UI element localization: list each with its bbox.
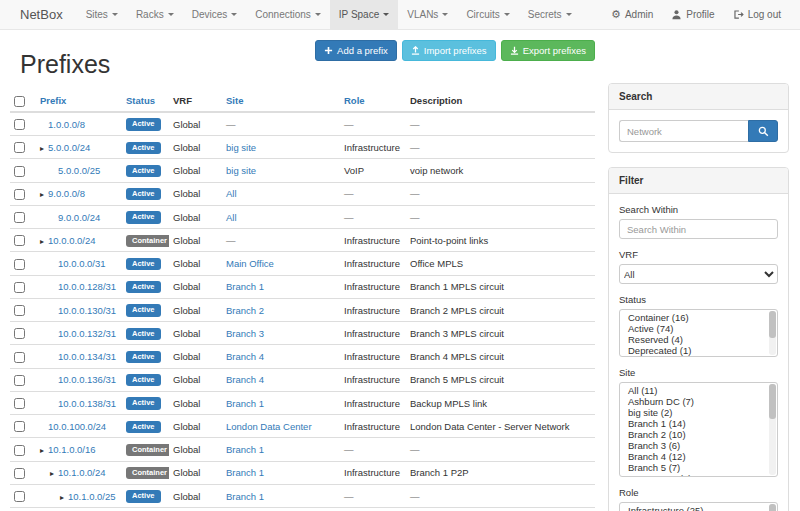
row-checkbox[interactable] xyxy=(14,142,25,153)
prefix-link[interactable]: 10.1.0.0/25 xyxy=(68,491,116,502)
search-button[interactable] xyxy=(748,120,778,142)
column-sort-link[interactable]: Role xyxy=(344,95,365,106)
status-option[interactable]: Container (16) xyxy=(620,312,777,323)
role-scrollbar[interactable] xyxy=(769,504,776,511)
site-link[interactable]: Branch 2 xyxy=(226,305,264,316)
row-checkbox[interactable] xyxy=(14,235,25,246)
prefix-link[interactable]: 10.0.0.136/31 xyxy=(58,374,116,385)
expand-arrow-icon[interactable]: ▸ xyxy=(60,493,68,502)
site-link[interactable]: Branch 4 xyxy=(226,374,264,385)
site-link[interactable]: Branch 1 xyxy=(226,491,264,502)
role-multiselect[interactable]: Infrastructure (25)Management (8)Private… xyxy=(619,502,778,511)
site-option[interactable]: big site (2) xyxy=(620,407,777,418)
site-option[interactable]: Branch 2 (10) xyxy=(620,429,777,440)
row-checkbox[interactable] xyxy=(14,468,25,479)
site-option[interactable]: All (11) xyxy=(620,385,777,396)
row-checkbox[interactable] xyxy=(14,445,25,456)
nav-item-circuits[interactable]: Circuits xyxy=(457,0,518,29)
row-checkbox[interactable] xyxy=(14,259,25,270)
nav-item-devices[interactable]: Devices xyxy=(183,0,247,29)
prefix-link[interactable]: 9.0.0.0/24 xyxy=(58,212,100,223)
site-link[interactable]: Branch 4 xyxy=(226,351,264,362)
site-option[interactable]: Branch 4 (12) xyxy=(620,451,777,462)
site-link[interactable]: Branch 1 xyxy=(226,467,264,478)
import-prefixes-button[interactable]: Import prefixes xyxy=(402,40,496,61)
site-link[interactable]: All xyxy=(226,188,237,199)
site-link[interactable]: Branch 1 xyxy=(226,398,264,409)
row-checkbox[interactable] xyxy=(14,282,25,293)
search-input[interactable] xyxy=(619,120,748,142)
site-multiselect[interactable]: All (11)Ashburn DC (7)big site (2)Branch… xyxy=(619,382,778,477)
site-option[interactable]: Branch 1 (14) xyxy=(620,418,777,429)
site-link[interactable]: Branch 1 xyxy=(226,281,264,292)
nav-item-connections[interactable]: Connections xyxy=(246,0,330,29)
site-link[interactable]: Branch 3 xyxy=(226,328,264,339)
row-checkbox[interactable] xyxy=(14,421,25,432)
row-checkbox[interactable] xyxy=(14,352,25,363)
row-checkbox[interactable] xyxy=(14,328,25,339)
search-within-input[interactable] xyxy=(619,219,778,239)
site-link[interactable]: big site xyxy=(226,165,256,176)
prefix-link[interactable]: 5.0.0.0/24 xyxy=(48,142,90,153)
status-option[interactable]: Deprecated (1) xyxy=(620,345,777,356)
add-a-prefix-button[interactable]: Add a prefix xyxy=(315,40,397,61)
row-checkbox[interactable] xyxy=(14,166,25,177)
select-all-checkbox[interactable] xyxy=(14,96,25,107)
site-option[interactable]: Branch 3 (6) xyxy=(620,440,777,451)
nav-item-sites[interactable]: Sites xyxy=(77,0,127,29)
prefix-link[interactable]: 10.0.0.130/31 xyxy=(58,305,116,316)
expand-arrow-icon[interactable]: ▸ xyxy=(40,446,48,455)
row-checkbox[interactable] xyxy=(14,305,25,316)
nav-item-vlans[interactable]: VLANs xyxy=(398,0,457,29)
prefix-link[interactable]: 10.0.0.0/31 xyxy=(58,258,106,269)
prefix-link[interactable]: 10.1.0.0/24 xyxy=(58,467,106,478)
download-icon xyxy=(510,46,519,55)
prefix-link[interactable]: 5.0.0.0/25 xyxy=(58,165,100,176)
status-scrollbar[interactable] xyxy=(769,311,776,355)
prefix-link[interactable]: 10.0.0.128/31 xyxy=(58,281,116,292)
column-sort-link[interactable]: Status xyxy=(126,95,155,106)
prefix-link[interactable]: 10.0.0.132/31 xyxy=(58,328,116,339)
status-option[interactable]: Active (74) xyxy=(620,323,777,334)
site-option[interactable]: COLO-1-24 (3) xyxy=(620,473,777,477)
prefix-link[interactable]: 10.0.0.138/31 xyxy=(58,398,116,409)
row-checkbox[interactable] xyxy=(14,375,25,386)
brand-netbox[interactable]: NetBox xyxy=(0,0,77,29)
prefix-link[interactable]: 10.0.0.134/31 xyxy=(58,351,116,362)
vrf-select[interactable]: All xyxy=(619,264,778,284)
column-sort-link[interactable]: Prefix xyxy=(40,95,66,106)
site-option[interactable]: Branch 5 (7) xyxy=(620,462,777,473)
prefix-link[interactable]: 1.0.0.0/8 xyxy=(48,119,85,130)
expand-arrow-icon[interactable]: ▸ xyxy=(40,144,48,153)
status-option[interactable]: Reserved (4) xyxy=(620,334,777,345)
expand-arrow-icon[interactable]: ▸ xyxy=(40,237,48,246)
site-link[interactable]: Main Office xyxy=(226,258,274,269)
nav-item-profile[interactable]: Profile xyxy=(662,0,723,29)
nav-item-ip-space[interactable]: IP Space xyxy=(330,0,398,29)
row-checkbox[interactable] xyxy=(14,212,25,223)
prefix-link[interactable]: 10.0.0.0/24 xyxy=(48,235,96,246)
site-link[interactable]: All xyxy=(226,212,237,223)
column-sort-link[interactable]: Site xyxy=(226,95,243,106)
role-option[interactable]: Infrastructure (25) xyxy=(620,505,777,511)
prefix-link[interactable]: 10.1.0.0/16 xyxy=(48,444,96,455)
export-prefixes-button[interactable]: Export prefixes xyxy=(501,40,595,61)
site-option[interactable]: Ashburn DC (7) xyxy=(620,396,777,407)
row-checkbox[interactable] xyxy=(14,119,25,130)
nav-item-admin[interactable]: ⚙Admin xyxy=(602,0,662,29)
nav-item-log-out[interactable]: Log out xyxy=(724,0,790,29)
site-link[interactable]: Branch 1 xyxy=(226,444,264,455)
expand-arrow-icon[interactable]: ▸ xyxy=(40,190,48,199)
nav-item-secrets[interactable]: Secrets xyxy=(519,0,581,29)
row-checkbox[interactable] xyxy=(14,189,25,200)
site-link[interactable]: big site xyxy=(226,142,256,153)
expand-arrow-icon[interactable]: ▸ xyxy=(50,469,58,478)
site-scrollbar[interactable] xyxy=(769,384,776,475)
site-link[interactable]: London Data Center xyxy=(226,421,312,432)
prefix-link[interactable]: 9.0.0.0/8 xyxy=(48,188,85,199)
nav-item-racks[interactable]: Racks xyxy=(127,0,183,29)
row-checkbox[interactable] xyxy=(14,398,25,409)
row-checkbox[interactable] xyxy=(14,491,25,502)
status-multiselect[interactable]: Container (16)Active (74)Reserved (4)Dep… xyxy=(619,309,778,357)
prefix-link[interactable]: 10.0.100.0/24 xyxy=(48,421,106,432)
